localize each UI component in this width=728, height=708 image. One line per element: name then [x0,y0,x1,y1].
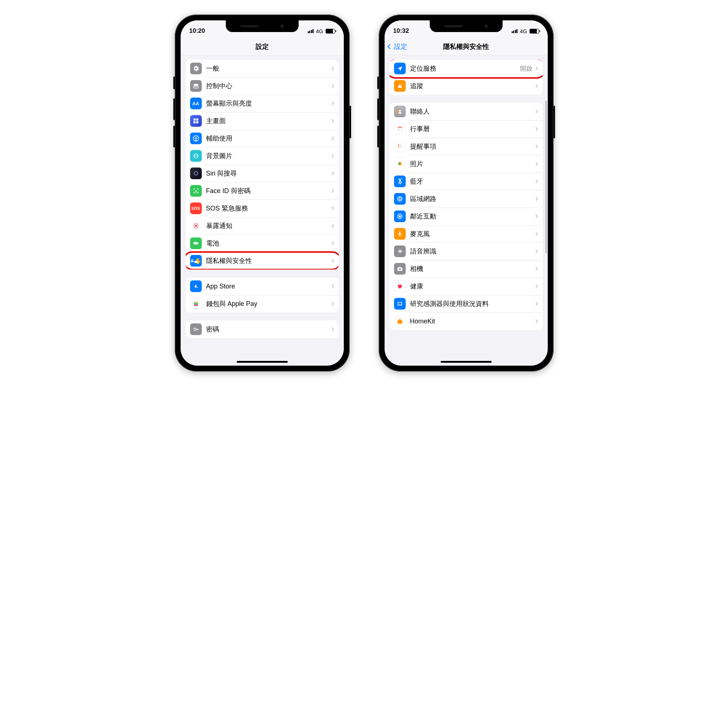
nav-bar: 設定 [181,38,344,55]
row-label: App Store [206,283,331,290]
accessibility-icon [190,133,202,144]
settings-group-2: App Store 錢包與 Apple Pay [186,277,339,312]
row-sos[interactable]: SOS SOS 緊急服務 [186,200,339,217]
health-icon [394,280,406,292]
chevron-right-icon [330,154,334,158]
home-indicator[interactable] [441,361,492,363]
svg-rect-35 [400,128,400,129]
svg-rect-38 [400,130,400,131]
row-wallpaper[interactable]: 背景圖片 [186,147,339,165]
row-faceid[interactable]: Face ID 與密碼 [186,182,339,200]
research-icon [394,298,406,310]
svg-line-20 [194,227,194,228]
row-speech[interactable]: 語音辨識 [390,242,542,260]
row-appstore[interactable]: App Store [186,277,339,295]
svg-point-49 [399,216,400,218]
photos-icon [394,158,406,170]
bluetooth-icon [394,176,406,187]
row-tracking[interactable]: 追蹤 [390,77,542,95]
svg-rect-22 [193,242,198,245]
row-homekit[interactable]: HomeKit [390,312,542,330]
svg-rect-56 [400,250,401,253]
chevron-right-icon [330,241,334,245]
svg-rect-27 [194,305,198,306]
row-label: 定位服務 [410,64,520,73]
chevron-right-icon [330,119,334,123]
row-photos[interactable]: 照片 [390,155,542,173]
faceid-icon [190,185,202,197]
row-contacts[interactable]: 聯絡人 [390,103,542,120]
row-location[interactable]: 定位服務 開啟 [390,60,542,77]
row-label: 隱私權與安全性 [206,257,331,265]
chevron-right-icon [330,66,334,70]
chevron-right-icon [534,249,538,253]
svg-point-29 [400,84,402,85]
svg-rect-34 [398,128,399,129]
row-bluetooth[interactable]: 藍牙 [390,173,542,190]
chevron-right-icon [534,162,538,166]
chevron-right-icon [534,267,538,271]
phone-left: 10:20 4G 設定 一般 控制中心 [175,15,349,371]
svg-rect-5 [196,121,198,123]
settings-group-1: 一般 控制中心 AA 螢幕顯示與亮度 主畫面 [186,60,339,270]
row-accessibility[interactable]: 輔助使用 [186,130,339,147]
row-localnet[interactable]: 區域網路 [390,190,542,207]
row-label: Face ID 與密碼 [206,186,331,195]
reminders-icon [394,141,406,152]
chevron-right-icon [534,66,538,70]
row-value: 開啟 [520,64,532,73]
row-mic[interactable]: 麥克風 [390,225,542,242]
row-research[interactable]: 研究感測器與使用狀況資料 [390,295,542,312]
row-label: 追蹤 [410,81,535,90]
row-label: 電池 [206,239,331,248]
content[interactable]: 定位服務 開啟 追蹤 聯絡人 [384,55,548,366]
row-camera[interactable]: 相機 [390,260,542,277]
row-exposure[interactable]: 暴露通知 [186,217,339,235]
row-battery[interactable]: 電池 [186,235,339,252]
row-home[interactable]: 主畫面 [186,112,339,130]
row-control-center[interactable]: 控制中心 [186,77,339,95]
wallet-icon [190,298,202,310]
mic-icon [394,228,406,239]
status-time: 10:32 [393,27,409,35]
chevron-right-icon [534,284,538,288]
svg-rect-3 [196,118,198,120]
battery-icon [326,29,335,33]
tracking-icon [394,80,406,92]
row-wallet[interactable]: 錢包與 Apple Pay [186,295,339,312]
phone-right: 10:32 4G 設定 隱私權與安全性 定位服務 開啟 [379,15,554,371]
row-label: 語音辨識 [410,247,535,256]
row-label: SOS 緊急服務 [206,204,331,213]
appstore-icon [190,280,202,292]
row-label: 行事曆 [410,125,535,133]
row-label: 一般 [206,64,331,73]
svg-point-11 [195,190,196,191]
svg-rect-53 [398,251,399,252]
svg-rect-1 [193,86,198,88]
content[interactable]: 一般 控制中心 AA 螢幕顯示與亮度 主畫面 [181,55,344,366]
svg-rect-54 [399,250,400,253]
nav-bar: 設定 隱私權與安全性 [384,38,548,55]
row-label: 暴露通知 [206,221,331,230]
row-display[interactable]: AA 螢幕顯示與亮度 [186,95,339,112]
svg-point-13 [195,225,197,227]
row-reminders[interactable]: 提醒事項 [390,138,542,155]
chevron-right-icon [534,214,538,218]
back-button[interactable]: 設定 [388,38,407,55]
chevron-left-icon [387,44,392,49]
row-calendar[interactable]: 行事曆 [390,120,542,138]
row-passwords[interactable]: 密碼 [186,321,339,338]
scroll-indicator[interactable] [545,100,547,254]
chevron-right-icon [330,223,334,228]
svg-line-19 [197,227,198,228]
home-indicator[interactable] [237,361,288,363]
row-privacy[interactable]: ✋ 隱私權與安全性 [186,252,339,270]
row-health[interactable]: 健康 [390,277,542,295]
row-general[interactable]: 一般 [186,60,339,77]
chevron-right-icon [534,232,538,236]
row-siri[interactable]: Siri 與搜尋 [186,165,339,182]
password-icon [190,324,202,335]
row-nearby[interactable]: 鄰近互動 [390,207,542,225]
row-label: 控制中心 [206,81,331,90]
svg-rect-37 [398,130,399,131]
